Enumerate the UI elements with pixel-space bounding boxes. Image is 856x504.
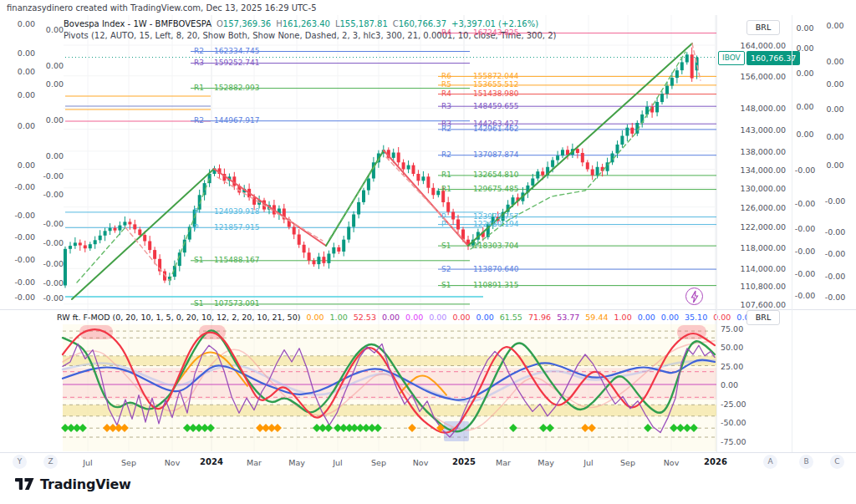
price-tick[interactable]: 156,000.00 bbox=[719, 72, 786, 81]
candle[interactable] bbox=[456, 220, 460, 230]
candle[interactable] bbox=[128, 221, 131, 224]
price-tick[interactable]: 164,000.00 bbox=[719, 41, 786, 50]
osc-tick[interactable]: -25.00 bbox=[721, 400, 746, 409]
candle[interactable] bbox=[308, 252, 311, 261]
candle[interactable] bbox=[148, 242, 151, 251]
time-tick-Mar[interactable]: Mar bbox=[496, 458, 511, 467]
candle[interactable] bbox=[392, 153, 395, 158]
candle[interactable] bbox=[596, 167, 599, 176]
candle[interactable] bbox=[118, 226, 121, 231]
time-tick-2024[interactable]: 2024 bbox=[200, 457, 223, 466]
time-tick-Mar[interactable]: Mar bbox=[247, 458, 262, 467]
candle[interactable] bbox=[431, 188, 435, 196]
candle[interactable] bbox=[123, 221, 126, 225]
time-tick-2025[interactable]: 2025 bbox=[452, 457, 476, 466]
time-tick-Sep[interactable]: Sep bbox=[620, 458, 635, 467]
price-scale-currency-button[interactable]: BRL bbox=[746, 20, 780, 35]
candle[interactable] bbox=[426, 176, 430, 187]
axis-button-A[interactable]: A bbox=[763, 455, 777, 469]
candle[interactable] bbox=[680, 62, 684, 70]
axis-button-C[interactable]: C bbox=[830, 455, 844, 469]
price-tick[interactable]: 134,000.00 bbox=[719, 165, 786, 175]
candle[interactable] bbox=[332, 247, 335, 254]
candle[interactable] bbox=[362, 191, 365, 202]
candle[interactable] bbox=[670, 78, 674, 86]
oscillator-name[interactable]: RW ft. F-MOD (0, 20, 10, 1, 5, 0, 20, 10… bbox=[57, 313, 300, 322]
price-tick[interactable]: 148,000.00 bbox=[719, 104, 786, 113]
osc-scale-currency-button[interactable]: BRL bbox=[746, 310, 780, 325]
candle[interactable] bbox=[104, 231, 107, 236]
price-tick[interactable]: 130,000.00 bbox=[719, 184, 786, 193]
scale-divider-1[interactable] bbox=[716, 15, 717, 452]
candle[interactable] bbox=[561, 150, 564, 155]
candle[interactable] bbox=[94, 240, 97, 244]
candle[interactable] bbox=[317, 257, 320, 264]
candle[interactable] bbox=[412, 165, 415, 174]
oscillator-legend[interactable]: RW ft. F-MOD (0, 20, 10, 1, 5, 0, 20, 10… bbox=[57, 313, 755, 322]
candle[interactable] bbox=[298, 235, 301, 245]
candle[interactable] bbox=[143, 235, 146, 241]
osc-tick[interactable]: -50.00 bbox=[721, 418, 746, 427]
candle[interactable] bbox=[84, 246, 87, 249]
axis-button-Y[interactable]: Y bbox=[13, 455, 27, 469]
osc-tick[interactable]: 25.00 bbox=[721, 362, 743, 371]
candle[interactable] bbox=[591, 170, 594, 176]
candle[interactable] bbox=[79, 242, 82, 245]
time-tick-Jul[interactable]: Jul bbox=[583, 458, 593, 467]
candle[interactable] bbox=[451, 212, 455, 220]
candle[interactable] bbox=[645, 107, 649, 115]
candle[interactable] bbox=[357, 202, 360, 215]
candle[interactable] bbox=[347, 227, 350, 239]
candle[interactable] bbox=[327, 254, 330, 263]
candle[interactable] bbox=[655, 102, 659, 112]
time-tick-2026[interactable]: 2026 bbox=[704, 457, 727, 466]
price-tick[interactable]: 122,000.00 bbox=[719, 222, 786, 232]
candle[interactable] bbox=[293, 227, 296, 234]
time-tick-Sep[interactable]: Sep bbox=[121, 458, 136, 467]
price-tick[interactable]: 114,000.00 bbox=[719, 264, 786, 273]
candle[interactable] bbox=[620, 136, 624, 145]
price-tick[interactable]: 118,000.00 bbox=[719, 243, 786, 252]
candle[interactable] bbox=[407, 165, 410, 170]
axis-button-B[interactable]: B bbox=[799, 455, 813, 469]
candle[interactable] bbox=[446, 202, 450, 212]
price-tick[interactable]: 138,000.00 bbox=[719, 147, 786, 156]
candle[interactable] bbox=[660, 94, 664, 102]
price-tick[interactable]: 110,800.00 bbox=[719, 282, 786, 291]
candle[interactable] bbox=[685, 54, 689, 62]
time-tick-Nov[interactable]: Nov bbox=[165, 458, 181, 467]
candle[interactable] bbox=[69, 246, 72, 249]
axis-button-Z[interactable]: Z bbox=[43, 455, 58, 469]
candle[interactable] bbox=[531, 179, 534, 186]
pane-divider[interactable] bbox=[0, 309, 856, 310]
osc-tick[interactable]: 75.00 bbox=[721, 324, 743, 333]
candle[interactable] bbox=[675, 70, 679, 78]
candle[interactable] bbox=[322, 257, 325, 263]
candle[interactable] bbox=[313, 261, 316, 265]
candle[interactable] bbox=[138, 230, 141, 236]
candle[interactable] bbox=[625, 128, 629, 136]
time-tick-Jul[interactable]: Jul bbox=[333, 458, 342, 467]
osc-tick[interactable]: 0.00 bbox=[721, 380, 738, 389]
candle[interactable] bbox=[397, 153, 400, 163]
time-tick-Jul[interactable]: Jul bbox=[83, 458, 92, 467]
symbol-legend[interactable]: Bovespa Index - 1W - BMFBOVESPAO157,369.… bbox=[64, 19, 538, 28]
candle[interactable] bbox=[416, 174, 420, 181]
candle[interactable] bbox=[114, 228, 117, 231]
candle[interactable] bbox=[74, 242, 77, 246]
lightning-icon[interactable] bbox=[685, 288, 703, 305]
candle[interactable] bbox=[541, 171, 544, 175]
candle[interactable] bbox=[64, 249, 67, 286]
price-tick[interactable]: 126,000.00 bbox=[719, 203, 786, 212]
candle[interactable] bbox=[153, 250, 156, 259]
candle[interactable] bbox=[342, 240, 345, 252]
price-tick[interactable]: 143,000.00 bbox=[719, 125, 786, 135]
candle[interactable] bbox=[436, 191, 440, 195]
candle[interactable] bbox=[630, 128, 634, 134]
candle[interactable] bbox=[576, 149, 579, 153]
candle[interactable] bbox=[133, 224, 136, 229]
candle[interactable] bbox=[337, 247, 340, 252]
candle[interactable] bbox=[402, 162, 405, 169]
candle[interactable] bbox=[99, 236, 102, 241]
candle[interactable] bbox=[421, 176, 425, 181]
